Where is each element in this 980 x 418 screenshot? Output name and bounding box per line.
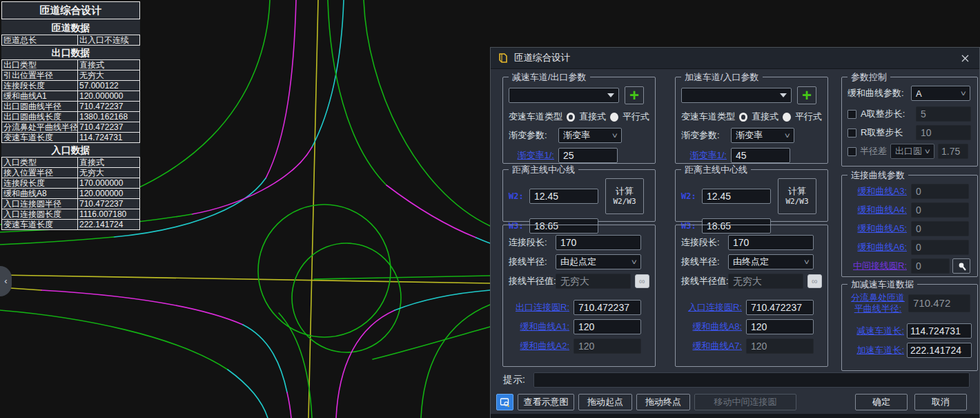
group-title: 距离主线中心线 bbox=[681, 164, 751, 176]
row-value: 出入口不连续 bbox=[78, 35, 140, 46]
w2-input[interactable] bbox=[702, 189, 771, 204]
exit-data-table: 出口类型直接式 引出位置半径无穷大 连接段长度57.000122 缓和曲线A11… bbox=[1, 59, 140, 143]
spiral-a8-input[interactable] bbox=[746, 319, 814, 334]
spiral-a3-display: 0 bbox=[911, 184, 969, 199]
connect-length-input[interactable] bbox=[728, 235, 814, 250]
radio-direct[interactable] bbox=[739, 113, 747, 122]
radio-parallel[interactable] bbox=[610, 113, 618, 122]
decel-length-label[interactable]: 减速车道长: bbox=[847, 325, 907, 337]
decel-length-input[interactable] bbox=[907, 323, 972, 339]
chevron-down-icon: ˅ bbox=[785, 132, 790, 140]
add-lane-button[interactable]: + bbox=[797, 86, 816, 104]
gradient-param-dropdown[interactable]: 渐变率 ˅ bbox=[558, 128, 622, 143]
row-label: 变速车道长度 bbox=[2, 133, 78, 143]
row-label: 分流鼻处平曲线半径 bbox=[2, 122, 78, 133]
spiral-param-label: 缓和曲线参数: bbox=[847, 87, 911, 99]
ok-button[interactable]: 确定 bbox=[855, 394, 908, 410]
spiral-param-dropdown[interactable]: A ˅ bbox=[911, 86, 970, 101]
radio-parallel-label[interactable]: 平行式 bbox=[623, 111, 649, 123]
cancel-button[interactable]: 取消 bbox=[914, 394, 967, 410]
accel-length-label[interactable]: 加速车道长: bbox=[847, 344, 907, 357]
radius-value-display: 无穷大 bbox=[556, 274, 631, 289]
exit-connection-group: 连接段长: 接线半径: 由起点定 ˅ 接线半径值: 无穷大 ∞ 出口连接圆R: bbox=[502, 225, 656, 367]
dropdown-value: 出口圆 bbox=[895, 145, 922, 158]
infinity-button[interactable]: ∞ bbox=[807, 274, 822, 288]
radio-parallel[interactable] bbox=[783, 113, 791, 122]
preview-toggle-button[interactable] bbox=[496, 394, 513, 410]
radio-parallel-label[interactable]: 平行式 bbox=[795, 111, 822, 123]
exit-circle-link[interactable]: 出口连接圆R: bbox=[509, 301, 574, 314]
row-label: 入口类型 bbox=[2, 158, 78, 168]
radius-diff-checkbox[interactable] bbox=[847, 147, 856, 156]
calc-w2w3-button[interactable]: 计算 W2/W3 bbox=[605, 178, 644, 214]
calc-w2w3-button[interactable]: 计算 W2/W3 bbox=[778, 178, 816, 214]
radius-value-label: 接线半径值: bbox=[509, 275, 556, 287]
rate-link[interactable]: 渐变率1/: bbox=[681, 149, 731, 162]
entry-lane-dropdown[interactable] bbox=[681, 88, 792, 103]
spiral-a2-link[interactable]: 缓和曲线A2: bbox=[509, 340, 574, 352]
gradient-param-label: 渐变参数: bbox=[681, 129, 731, 142]
radio-direct-label[interactable]: 直接式 bbox=[579, 111, 606, 123]
move-mid-circle-button: 移动中间连接圆 bbox=[694, 394, 796, 410]
infinity-icon: ∞ bbox=[812, 276, 818, 286]
connect-length-input[interactable] bbox=[556, 235, 641, 250]
row-label: 连接段长度 bbox=[2, 81, 78, 91]
radius-mode-dropdown[interactable]: 由起点定 ˅ bbox=[556, 254, 641, 269]
rate-input[interactable] bbox=[558, 148, 618, 163]
spiral-a1-input[interactable] bbox=[574, 319, 641, 334]
table-row: 缓和曲线A8120.000000 bbox=[2, 189, 140, 199]
radio-direct-label[interactable]: 直接式 bbox=[752, 111, 778, 123]
spiral-a8-link[interactable]: 缓和曲线A8: bbox=[681, 321, 746, 333]
w2-label: W2: bbox=[509, 191, 529, 201]
dialog-title: 匝道综合设计 bbox=[514, 52, 570, 64]
entry-data-table: 入口类型直接式 接入位置半径无穷大 连接段长度170.000000 缓和曲线A8… bbox=[1, 157, 140, 230]
radius-mode-dropdown[interactable]: 由终点定 ˅ bbox=[728, 254, 814, 269]
spiral-a4-link[interactable]: 缓和曲线A4: bbox=[847, 204, 911, 216]
spiral-a1-link[interactable]: 缓和曲线A1: bbox=[509, 321, 574, 333]
w2-input[interactable] bbox=[529, 189, 598, 204]
a-step-checkbox[interactable] bbox=[847, 110, 856, 119]
entry-circle-input[interactable] bbox=[746, 300, 814, 315]
infinity-button[interactable]: ∞ bbox=[635, 274, 649, 288]
dropdown-value: A bbox=[916, 88, 922, 99]
drag-start-button[interactable]: 拖动起点 bbox=[578, 394, 632, 410]
pick-cursor-icon bbox=[957, 262, 966, 271]
spiral-a6-link[interactable]: 缓和曲线A6: bbox=[847, 241, 911, 254]
exit-circle-input[interactable] bbox=[574, 300, 641, 315]
row-value: 57.000122 bbox=[78, 81, 140, 91]
row-value: 114.724731 bbox=[78, 133, 140, 143]
accel-length-input[interactable] bbox=[907, 343, 972, 358]
entry-circle-link[interactable]: 入口连接圆R: bbox=[681, 301, 746, 314]
row-label: 入口连接圆半径 bbox=[2, 199, 78, 209]
group-title: 连接曲线参数 bbox=[847, 169, 908, 182]
ramp-lower-left bbox=[0, 290, 312, 418]
spiral-a5-link[interactable]: 缓和曲线A5: bbox=[847, 222, 911, 235]
tip-input[interactable] bbox=[533, 372, 970, 388]
drag-end-button[interactable]: 拖动终点 bbox=[636, 394, 690, 410]
gradient-param-dropdown[interactable]: 渐变率 ˅ bbox=[731, 128, 794, 143]
view-diagram-button[interactable]: 查看示意图 bbox=[518, 394, 574, 410]
radius-mode-label: 接线半径: bbox=[509, 256, 556, 268]
calc-label: 计算 bbox=[788, 186, 806, 196]
r-step-checkbox[interactable] bbox=[847, 129, 856, 137]
ramp-design-dialog: 匝道综合设计 减速车道/出口参数 + 变速车道类型 bbox=[490, 47, 980, 418]
row-value: 710.472237 bbox=[78, 102, 140, 112]
a-step-display: 5 bbox=[916, 106, 971, 122]
radio-direct[interactable] bbox=[567, 113, 575, 122]
close-button[interactable] bbox=[957, 50, 972, 66]
pick-point-button[interactable] bbox=[952, 258, 970, 274]
dialog-titlebar[interactable]: 匝道综合设计 bbox=[491, 48, 979, 69]
nose-radius-link[interactable]: 分流鼻处匝道 平曲线半径: bbox=[847, 292, 908, 314]
table-row: 连接段长度57.000122 bbox=[2, 81, 140, 91]
exit-lane-dropdown[interactable] bbox=[509, 88, 619, 103]
table-row: 出口圆曲线长度1380.162168 bbox=[2, 112, 140, 122]
mid-circle-link[interactable]: 中间接线圆R: bbox=[847, 260, 911, 272]
dropdown-value: 由起点定 bbox=[560, 256, 596, 268]
spiral-a7-link[interactable]: 缓和曲线A7: bbox=[681, 340, 746, 352]
rate-link[interactable]: 渐变率1/: bbox=[509, 149, 558, 162]
exit-params-group: 减速车道/出口参数 + 变速车道类型 直接式 平行式 渐变参数: bbox=[502, 77, 656, 164]
rate-input[interactable] bbox=[731, 148, 790, 163]
spiral-a3-link[interactable]: 缓和曲线A3: bbox=[847, 185, 911, 198]
add-lane-button[interactable]: + bbox=[625, 86, 644, 104]
connect-length-label: 连接段长: bbox=[681, 236, 728, 249]
